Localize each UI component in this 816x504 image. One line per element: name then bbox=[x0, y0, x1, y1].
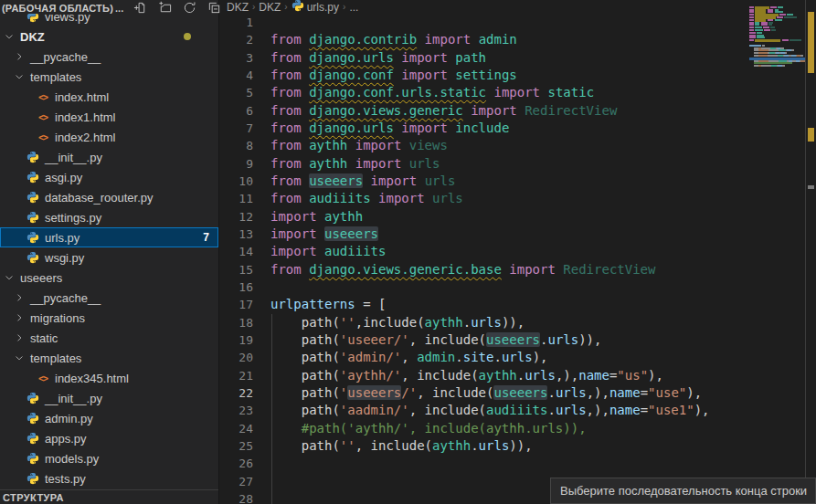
code-line-1[interactable]: 1 bbox=[220, 14, 749, 31]
code-line-text: path('aythh/', include(aythh.urls,),name… bbox=[253, 367, 663, 384]
code-line-20[interactable]: 20 path('admin/', admin.site.urls), bbox=[220, 349, 749, 366]
code-line-text: from aythh import urls bbox=[253, 155, 440, 173]
line-number: 27 bbox=[220, 473, 253, 490]
tree-item-templates[interactable]: templates bbox=[0, 348, 218, 368]
code-line-15[interactable]: 15from django.views.generic.base import … bbox=[220, 261, 749, 278]
code-line-14[interactable]: 14import audiiits bbox=[220, 243, 749, 260]
chevron-down-icon bbox=[2, 31, 16, 42]
overview-ruler[interactable] bbox=[805, 0, 816, 504]
code-line-8[interactable]: 8from aythh import views bbox=[220, 137, 749, 154]
python-file-icon bbox=[26, 411, 40, 425]
tree-item-database_roouter.py[interactable]: database_roouter.py bbox=[0, 187, 218, 207]
file-tree: views.pyDKZ__pycache__templates<>index.h… bbox=[0, 14, 218, 489]
line-number: 15 bbox=[220, 261, 253, 278]
code-line-5[interactable]: 5from django.conf.urls.static import sta… bbox=[220, 84, 749, 101]
chevron-down-icon bbox=[2, 272, 16, 283]
python-file-icon bbox=[26, 170, 40, 184]
line-number: 1 bbox=[220, 14, 253, 31]
tree-item-__init__.py[interactable]: __init__.py bbox=[0, 147, 218, 167]
breadcrumb-item-DKZ[interactable]: DKZ bbox=[227, 1, 249, 14]
chevron-right-icon bbox=[12, 332, 26, 343]
code-line-23[interactable]: 23 path('aadmin/', include(audiiits.urls… bbox=[220, 402, 749, 419]
outline-section-header[interactable]: СТРУКТУРА bbox=[0, 489, 218, 504]
line-number: 20 bbox=[220, 349, 253, 366]
line-number: 11 bbox=[220, 190, 253, 207]
tree-item-index.html[interactable]: <>index.html bbox=[0, 87, 218, 107]
tree-item-settings.py[interactable]: settings.py bbox=[0, 207, 218, 227]
code-line-18[interactable]: 18 path('',include(aythh.urls)), bbox=[220, 314, 749, 331]
tree-item-urls.py[interactable]: urls.py7 bbox=[0, 227, 218, 247]
code-line-text: from useeers import urls bbox=[253, 173, 455, 190]
code-line-text: from django.views.generic import Redirec… bbox=[253, 102, 617, 120]
code-line-text: path('', include(aythh.urls)), bbox=[253, 437, 533, 455]
breadcrumb-item-urls-py[interactable]: urls.py bbox=[291, 0, 339, 15]
tree-item-tests.py[interactable]: tests.py bbox=[0, 468, 218, 488]
code-line-text bbox=[253, 490, 270, 504]
tree-item-models.py[interactable]: models.py bbox=[0, 448, 218, 468]
code-line-text: from django.conf.urls.static import stat… bbox=[253, 84, 594, 101]
tree-item-label: index.html bbox=[55, 90, 109, 104]
tree-item-__init__.py[interactable]: __init__.py bbox=[0, 388, 218, 408]
tree-item-apps.py[interactable]: apps.py bbox=[0, 428, 218, 448]
code-line-text bbox=[253, 473, 270, 490]
code-line-19[interactable]: 19 path('useeer/', include(useeers.urls)… bbox=[220, 331, 749, 349]
code-area[interactable]: 12from django.contrib import admin3from … bbox=[220, 14, 749, 504]
section-overflow-button[interactable]: ... bbox=[115, 3, 123, 14]
tree-item-label: index345.html bbox=[55, 372, 129, 385]
tree-item-migrations[interactable]: migrations bbox=[0, 308, 218, 328]
tree-item-static[interactable]: static bbox=[0, 328, 218, 348]
tree-item-wsgi.py[interactable]: wsgi.py bbox=[0, 247, 218, 268]
tree-item-label: static bbox=[30, 331, 58, 345]
line-number: 5 bbox=[220, 84, 253, 101]
tree-item-useeers[interactable]: useeers bbox=[0, 268, 218, 288]
tree-item-index2.html[interactable]: <>index2.html bbox=[0, 127, 218, 147]
tree-item-__pycache__[interactable]: __pycache__ bbox=[0, 47, 218, 67]
tree-item-views.py[interactable]: views.py bbox=[0, 14, 218, 26]
tree-item-index345.html[interactable]: <>index345.html bbox=[0, 368, 218, 388]
code-line-text: from django.views.generic.base import Re… bbox=[253, 261, 655, 278]
code-line-10[interactable]: 10from useeers import urls bbox=[220, 173, 749, 190]
code-line-25[interactable]: 25 path('', include(aythh.urls)), bbox=[220, 437, 749, 455]
python-file-icon bbox=[26, 391, 40, 405]
python-file-icon bbox=[26, 431, 40, 446]
line-number: 7 bbox=[220, 120, 253, 137]
code-line-6[interactable]: 6from django.views.generic import Redire… bbox=[220, 102, 749, 120]
code-line-16[interactable]: 16 bbox=[220, 278, 749, 296]
tree-item-__pycache__[interactable]: __pycache__ bbox=[0, 288, 218, 308]
minimap[interactable] bbox=[749, 0, 805, 504]
tree-item-label: useeers bbox=[20, 271, 62, 285]
breadcrumb-item-DKZ[interactable]: DKZ bbox=[259, 1, 281, 14]
html-file-icon: <> bbox=[36, 130, 50, 144]
tree-item-admin.py[interactable]: admin.py bbox=[0, 408, 218, 428]
code-line-3[interactable]: 3from django.urls import path bbox=[220, 49, 749, 67]
code-line-12[interactable]: 12import aythh bbox=[220, 208, 749, 226]
workspace-title: (РАБОЧАЯ ОБЛАСТЬ) bbox=[2, 3, 113, 14]
code-line-24[interactable]: 24 #path('aythh/', include(aythh.urls)), bbox=[220, 420, 749, 437]
tree-item-label: DKZ bbox=[20, 30, 45, 44]
tree-item-asgi.py[interactable]: asgi.py bbox=[0, 167, 218, 187]
code-line-13[interactable]: 13import useeers bbox=[220, 226, 749, 243]
tree-item-label: tests.py bbox=[45, 472, 86, 486]
code-line-7[interactable]: 7from django.urls import include bbox=[220, 120, 749, 137]
line-number: 3 bbox=[220, 49, 253, 67]
code-line-4[interactable]: 4from django.conf import settings bbox=[220, 67, 749, 84]
python-file-icon bbox=[291, 0, 304, 15]
python-file-icon bbox=[26, 210, 40, 225]
code-line-text: path('aadmin/', include(audiiits.urls,),… bbox=[253, 402, 710, 419]
code-line-9[interactable]: 9from aythh import urls bbox=[220, 155, 749, 173]
tree-item-DKZ[interactable]: DKZ bbox=[0, 26, 218, 47]
tree-item-templates[interactable]: templates bbox=[0, 67, 218, 87]
code-line-26[interactable]: 26 bbox=[220, 455, 749, 472]
code-line-17[interactable]: 17urlpatterns = [ bbox=[220, 296, 749, 313]
code-line-2[interactable]: 2from django.contrib import admin bbox=[220, 31, 749, 48]
breadcrumb-item--[interactable]: ... bbox=[349, 1, 358, 14]
tree-item-index1.html[interactable]: <>index1.html bbox=[0, 107, 218, 127]
code-line-21[interactable]: 21 path('aythh/', include(aythh.urls,),n… bbox=[220, 367, 749, 384]
code-line-text: import audiiits bbox=[253, 243, 386, 260]
code-line-text: path('useeer/', include(useeers.urls)), bbox=[253, 331, 601, 349]
code-line-text: #path('aythh/', include(aythh.urls)), bbox=[253, 420, 587, 437]
minimap-line bbox=[749, 73, 805, 76]
code-line-22[interactable]: 22 path('useeers/', include(useeers.urls… bbox=[220, 384, 749, 402]
code-line-text: from django.contrib import admin bbox=[253, 31, 517, 48]
code-line-11[interactable]: 11from audiiits import urls bbox=[220, 190, 749, 207]
